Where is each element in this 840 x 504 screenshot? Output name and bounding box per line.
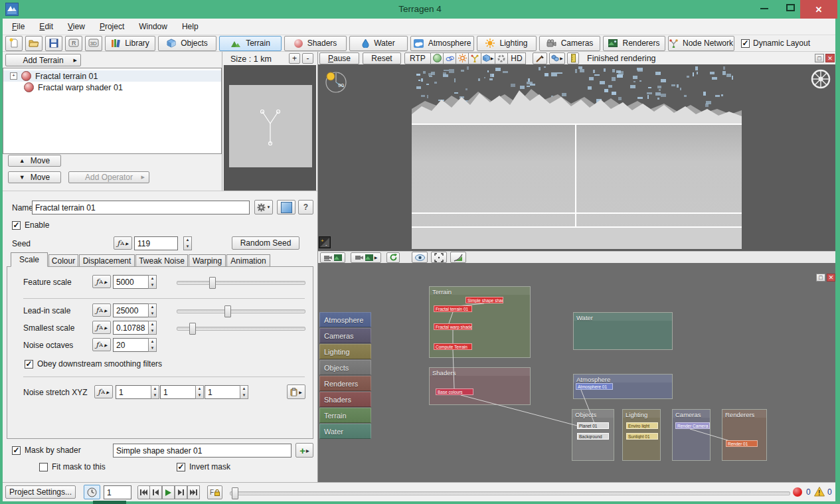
copy-view-to-camera-button[interactable] xyxy=(320,252,345,263)
minimize-button[interactable] xyxy=(760,8,768,9)
stretch-z-spinner[interactable]: ▲▼ xyxy=(240,385,248,399)
go-to-start-button[interactable] xyxy=(137,485,150,499)
node-base-colours[interactable]: Base colours xyxy=(436,388,473,395)
clouds-toggle-button[interactable] xyxy=(443,52,456,64)
frame-lock-button[interactable]: F xyxy=(207,485,222,499)
render-view-button[interactable]: R xyxy=(65,36,82,51)
camera-image-menu-button[interactable]: ▶ xyxy=(351,252,381,263)
mask-by-shader-toggle[interactable]: ✓Mask by shader xyxy=(12,446,81,455)
noise-stretch-y-field[interactable] xyxy=(160,385,196,399)
noise-stretch-z-field[interactable] xyxy=(205,385,240,399)
populate-button[interactable]: ▶ xyxy=(549,52,565,64)
play-button[interactable] xyxy=(162,485,175,499)
tab-displacement[interactable]: Displacement xyxy=(79,254,135,267)
invert-mask-checkbox[interactable]: ✓ xyxy=(177,463,185,471)
enable-checkbox[interactable]: ✓ xyxy=(12,221,21,230)
visibility-button[interactable] xyxy=(412,252,428,263)
subject-cube-button[interactable]: ▶ xyxy=(481,52,495,64)
frame-field[interactable] xyxy=(104,485,131,499)
close-button[interactable]: ✕ xyxy=(800,0,837,19)
previous-frame-button[interactable] xyxy=(149,485,162,499)
add-shader-button[interactable]: +▶ xyxy=(295,443,313,458)
node-background[interactable]: Background xyxy=(577,433,609,440)
measure-button[interactable] xyxy=(567,52,579,64)
tab-warping[interactable]: Warping xyxy=(189,254,226,267)
save-button[interactable] xyxy=(45,36,62,51)
node-enviro-light[interactable]: Enviro light xyxy=(626,422,658,429)
enable-toggle[interactable]: ✓Enable xyxy=(12,220,49,230)
feature-scale-slider[interactable] xyxy=(177,281,305,285)
error-indicator-icon[interactable] xyxy=(793,487,802,497)
lead-in-scale-field[interactable] xyxy=(113,303,149,317)
tab-scale[interactable]: Scale xyxy=(11,252,48,267)
tab-terrain[interactable]: Terrain xyxy=(219,36,282,51)
tab-lighting[interactable]: Lighting xyxy=(477,36,537,51)
slider-thumb[interactable] xyxy=(209,277,216,289)
compass-icon[interactable] xyxy=(810,68,831,90)
pause-button[interactable]: Pause xyxy=(319,52,359,64)
node-planet-01[interactable]: Planet 01 xyxy=(577,422,609,429)
go-to-end-button[interactable] xyxy=(187,485,200,499)
seed-animate-button[interactable]: ƒA▶ xyxy=(114,236,132,250)
octaves-fx-button[interactable]: ƒA▶ xyxy=(92,338,111,351)
fit-mask-checkbox[interactable]: ✓ xyxy=(39,463,48,471)
preview-thumbnail-button[interactable] xyxy=(277,200,295,214)
zoom-in-button[interactable]: + xyxy=(289,53,300,64)
rotation-gizmo[interactable]: 90 xyxy=(323,70,349,95)
seed-field[interactable] xyxy=(134,236,178,250)
frame-subject-button[interactable] xyxy=(431,252,447,263)
node-network-panel[interactable]: □ ✕ Atmosphere Cameras Lighting Objects … xyxy=(318,263,835,482)
menu-file[interactable]: File xyxy=(12,22,25,31)
tab-shaders[interactable]: Shaders xyxy=(284,36,347,51)
tab-tweak-noise[interactable]: Tweak Noise xyxy=(135,254,188,267)
stretch-x-spinner[interactable]: ▲▼ xyxy=(151,385,159,399)
quality-sphere-button[interactable] xyxy=(430,52,444,64)
feature-scale-spinner[interactable]: ▲▼ xyxy=(148,275,157,289)
slider-thumb[interactable] xyxy=(189,323,196,335)
reset-button[interactable]: Reset xyxy=(363,52,401,64)
tab-renderers[interactable]: Renderers xyxy=(603,36,665,51)
next-frame-button[interactable] xyxy=(175,485,187,499)
node-tree-toggle-button[interactable] xyxy=(468,52,481,64)
exposure-button[interactable]: +- xyxy=(319,236,331,248)
3d-view-button[interactable]: 3D xyxy=(85,36,102,51)
fit-mask-toggle[interactable]: ✓Fit mask to this xyxy=(39,462,106,471)
seed-spinner[interactable]: ▲▼ xyxy=(183,236,192,250)
panel-maximize-button[interactable]: □ xyxy=(815,54,824,62)
random-seed-button[interactable]: Random Seed xyxy=(232,236,299,250)
warning-icon[interactable]: ! xyxy=(814,487,825,497)
maximize-button[interactable] xyxy=(786,4,795,11)
octaves-spinner[interactable]: ▲▼ xyxy=(148,338,157,352)
stretch-fx-button[interactable]: ƒA▶ xyxy=(94,385,113,398)
refresh-button[interactable] xyxy=(386,252,400,263)
zoom-out-button[interactable]: - xyxy=(302,53,313,64)
node-fractal-warp-shader[interactable]: Fractal warp shader 01 xyxy=(434,323,472,330)
rtp-button[interactable]: RTP xyxy=(404,52,431,64)
feature-scale-fx-button[interactable]: ƒA▶ xyxy=(92,275,111,288)
timeline-clock-button[interactable] xyxy=(84,485,100,499)
node-sunlight-01[interactable]: Sunlight 01 xyxy=(626,433,658,440)
smallest-fx-button[interactable]: ƒA▶ xyxy=(92,321,111,334)
lead-in-fx-button[interactable]: ƒA▶ xyxy=(92,303,111,317)
tab-cameras[interactable]: Cameras xyxy=(539,36,600,51)
tonemap-curve-button[interactable] xyxy=(450,252,466,263)
smallest-scale-field[interactable] xyxy=(113,321,149,335)
obey-checkbox[interactable]: ✓ xyxy=(25,360,33,369)
node-simple-shape-shader[interactable]: Simple shape shader 01 xyxy=(465,297,503,303)
gear-menu-button[interactable]: ▼ xyxy=(254,200,273,214)
feature-scale-field[interactable] xyxy=(113,275,149,289)
project-settings-button[interactable]: Project Settings... xyxy=(5,485,76,499)
node-render-01[interactable]: Render 01 xyxy=(726,440,758,447)
tree-item-fractal-terrain[interactable]: + Fractal terrain 01 xyxy=(3,70,221,82)
noise-octaves-field[interactable] xyxy=(113,338,149,352)
menu-edit[interactable]: Edit xyxy=(39,22,53,31)
tab-library[interactable]: Library xyxy=(105,36,155,51)
panel-close-button[interactable]: ✕ xyxy=(825,54,835,62)
tree-expander-icon[interactable]: + xyxy=(10,72,17,80)
dynamic-layout-toggle[interactable]: ✓ Dynamic Layout xyxy=(741,39,810,48)
menu-help[interactable]: Help xyxy=(182,22,199,31)
tree-item-fractal-warp[interactable]: Fractal warp shader 01 xyxy=(3,82,221,93)
menu-project[interactable]: Project xyxy=(100,22,124,31)
shader-preview-canvas[interactable] xyxy=(224,65,316,191)
lead-in-spinner[interactable]: ▲▼ xyxy=(148,303,157,317)
